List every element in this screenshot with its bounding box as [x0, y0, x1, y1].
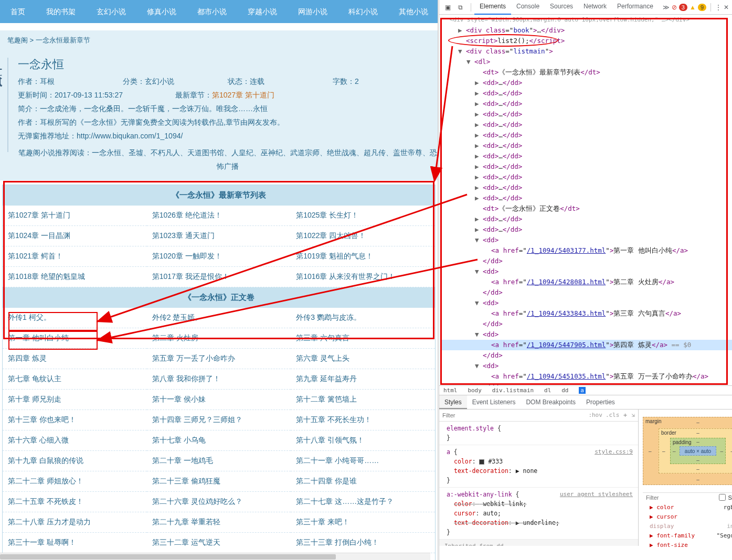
chapter-link[interactable]: 第十七章 小乌龟	[147, 430, 291, 451]
source-line[interactable]: ▼ <dd>	[441, 361, 732, 371]
chapter-link[interactable]: 外传1 柯父。	[3, 308, 147, 328]
chapter-link[interactable]: 第十四章 三师兄？三师姐？	[147, 410, 291, 430]
source-line[interactable]: ▶ <dd>…</dd>	[441, 182, 732, 193]
css-rule[interactable]: style.css:9a {color: #333text-decoration…	[439, 445, 638, 488]
source-line[interactable]: <dt>《一念永恒》最新章节列表</dt>	[441, 67, 732, 78]
source-line[interactable]: ▶ <dd>…</dd>	[441, 120, 732, 130]
nav-item[interactable]: 修真小说	[136, 0, 187, 23]
styles-subtab[interactable]: DOM Breakpoints	[521, 395, 581, 409]
nav-item[interactable]: 首页	[0, 0, 36, 23]
devtools-tab[interactable]: Elements	[474, 0, 511, 15]
chapter-link[interactable]: 第三十二章 运气逆天	[147, 533, 291, 553]
source-line[interactable]: <a href="/1_1094/5447905.html">第四章 炼灵</a…	[441, 340, 732, 350]
show-all-checkbox[interactable]	[719, 494, 726, 501]
source-line[interactable]: <script>list2();</script>	[441, 36, 732, 46]
source-line[interactable]: ▼ <dl>	[441, 57, 732, 67]
nav-item[interactable]: 网游小说	[288, 0, 338, 23]
source-line[interactable]: </dd>	[441, 256, 732, 266]
computed-prop[interactable]: displayinline	[648, 522, 732, 531]
source-line[interactable]: <a href="/1_1094/5451035.html">第五章 万一丢了小…	[441, 371, 732, 382]
device-icon[interactable]: ⧉	[455, 2, 465, 13]
nav-item[interactable]: 都市小说	[187, 0, 237, 23]
crumb[interactable]: body	[468, 387, 482, 394]
inspect-icon[interactable]: ▣	[442, 2, 453, 13]
warn-badge[interactable]: ▲	[689, 4, 696, 11]
source-line[interactable]: ▶ <dd>…</dd>	[441, 193, 732, 203]
chapter-link[interactable]: 第二十五章 不死铁皮！	[3, 492, 147, 512]
chapter-link[interactable]: 第1023章 通天道门	[147, 226, 291, 246]
chapter-link[interactable]: 外传2 楚玉嫣。	[147, 308, 291, 328]
source-line[interactable]: ▶ <dd>…</dd>	[441, 141, 732, 151]
source-line[interactable]: ▶ <dd>…</dd>	[441, 99, 732, 109]
cls-button[interactable]: .cls	[606, 411, 620, 420]
chapter-link[interactable]: 第1024章 一目晶渊	[3, 226, 147, 246]
css-rule[interactable]: user agent stylesheeta:-webkit-any-link …	[439, 488, 638, 540]
chapter-link[interactable]: 第1018章 绝望的魁皇城	[3, 267, 147, 287]
chapter-link[interactable]: 第三十一章 耻辱啊！	[3, 533, 147, 553]
pin-icon[interactable]: ⇲	[631, 411, 635, 420]
chapter-link[interactable]: 第二十一章 小纯哥哥……	[291, 451, 435, 471]
crumb[interactable]: div.listmain	[492, 387, 534, 394]
source-line[interactable]: ▶ <dd>…</dd>	[441, 78, 732, 88]
chapter-link[interactable]: 第二十七章 这……这是竹子？	[291, 492, 435, 512]
chapter-link[interactable]: 第二十四章 你是谁	[291, 471, 435, 492]
source-line[interactable]: ▼ <div class="listmain">	[441, 46, 732, 57]
devtools-tab[interactable]: Network	[578, 0, 612, 15]
chapter-link[interactable]: 第七章 龟纹认主	[3, 369, 147, 390]
source-line[interactable]: <dt>《一念永恒》正文卷</dt>	[441, 203, 732, 214]
source-line[interactable]: ▶ <dd>…</dd>	[441, 224, 732, 235]
source-line[interactable]: ▶ <dd>…</dd>	[441, 214, 732, 224]
chapter-link[interactable]: 外传3 鹦鹉与皮冻。	[291, 308, 435, 328]
chapter-link[interactable]: 第三章 六句真言	[291, 328, 435, 349]
source-line[interactable]: </dd>	[441, 287, 732, 298]
chapter-link[interactable]: 第十三章 你也来吧！	[3, 410, 147, 430]
crumb[interactable]: dd	[561, 387, 568, 394]
crumb[interactable]: a	[579, 387, 586, 394]
nav-item[interactable]: 穿越小说	[237, 0, 288, 23]
chapter-link[interactable]: 第十九章 白鼠狼的传说	[3, 451, 147, 471]
chapter-link[interactable]: 第1019章 魁祖的气息！	[291, 246, 435, 267]
scrollbar-thumb[interactable]	[0, 554, 336, 559]
source-line[interactable]: </dd>	[441, 382, 732, 386]
overflow-icon[interactable]: ≫	[663, 4, 670, 11]
chapter-link[interactable]: 第二章 火灶房	[147, 328, 291, 349]
chapter-link[interactable]: 第1022章 四大凶兽！	[291, 226, 435, 246]
devtools-tab[interactable]: Performance	[612, 0, 659, 15]
horizontal-scrollbar[interactable]	[0, 553, 430, 560]
hov-button[interactable]: :hov	[588, 411, 602, 420]
computed-prop[interactable]: ▶ colorrgb(51,	[648, 503, 732, 512]
chapter-link[interactable]: 第九章 延年益寿丹	[291, 369, 435, 390]
nav-item[interactable]: 其他小说	[388, 0, 438, 23]
source-line[interactable]: ▼ <dd>	[441, 298, 732, 308]
chapter-link[interactable]: 第十六章 心细入微	[3, 430, 147, 451]
chapter-link[interactable]: 第1016章 从来没有世界之门！	[291, 267, 435, 287]
chapter-link[interactable]: 第十一章 侯小妹	[147, 390, 291, 410]
source-line[interactable]: <a href="/1_1094/5403177.html">第一章 他叫白小纯…	[441, 245, 732, 256]
chapter-link[interactable]: 第四章 炼灵	[3, 349, 147, 369]
chapter-link[interactable]: 第十章 师兄别走	[3, 390, 147, 410]
computed-prop[interactable]: ▶ font-size	[648, 541, 732, 550]
styles-filter-input[interactable]	[442, 412, 588, 418]
chapter-link[interactable]: 第1025章 长生灯！	[291, 206, 435, 226]
nav-item[interactable]: 我的书架	[36, 0, 86, 23]
source-line[interactable]: ▼ <dd>	[441, 235, 732, 245]
source-line[interactable]: ▶ <dd>…</dd>	[441, 88, 732, 99]
chapter-link[interactable]: 第二十九章 举重若轻	[147, 512, 291, 533]
latest-chapter-link[interactable]: 第1027章 第十道门	[212, 91, 274, 99]
chapter-link[interactable]: 第三十章 来吧！	[291, 512, 435, 533]
chapter-link[interactable]: 第六章 灵气上头	[291, 349, 435, 369]
source-line[interactable]: ▶ <dd>…</dd>	[441, 172, 732, 182]
chapter-link[interactable]: 第1017章 我还是恨你！	[147, 267, 291, 287]
error-badge[interactable]: ⊘	[672, 4, 677, 11]
computed-prop[interactable]: ▶ cursorauto	[648, 512, 732, 522]
source-line[interactable]: <a href="/1_1094/5428081.html">第二章 火灶房</…	[441, 277, 732, 287]
devtools-tab[interactable]: Sources	[545, 0, 578, 15]
source-line[interactable]: ▶ <dd>…</dd>	[441, 151, 732, 161]
styles-subtab[interactable]: Styles	[439, 395, 467, 409]
chapter-link[interactable]: 第五章 万一丢了小命咋办	[147, 349, 291, 369]
chapter-link[interactable]: 第1027章 第十道门	[3, 206, 147, 226]
crumb[interactable]: html	[443, 387, 458, 394]
source-line[interactable]: ▶ <div class="book">…</div>	[441, 25, 732, 36]
elements-tree[interactable]: <div style="width:960px;margin:0 auto 10…	[439, 15, 732, 386]
source-line[interactable]: </dd>	[441, 350, 732, 361]
